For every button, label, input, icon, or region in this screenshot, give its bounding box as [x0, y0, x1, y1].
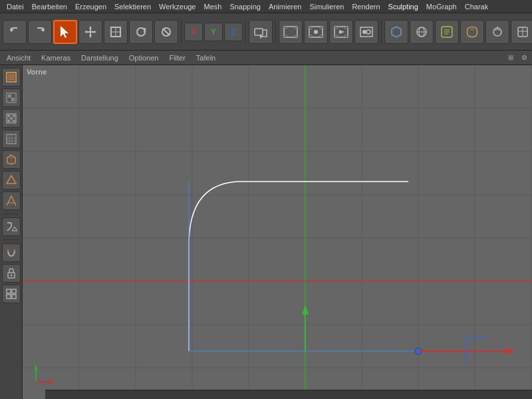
- main-area: Vorne: [0, 65, 532, 399]
- menu-mesh[interactable]: Mesh: [200, 0, 225, 13]
- svg-rect-56: [8, 94, 11, 98]
- sidebar-separator-2: [3, 239, 19, 240]
- svg-marker-2: [61, 26, 68, 38]
- keyframe-button3[interactable]: [329, 20, 353, 44]
- keyframe-button2[interactable]: [304, 20, 328, 44]
- svg-rect-32: [334, 35, 337, 37]
- render-btn4[interactable]: [460, 20, 484, 44]
- svg-rect-57: [11, 98, 15, 101]
- svg-rect-20: [295, 27, 297, 29]
- keyframe-button4[interactable]: [354, 20, 378, 44]
- select-tool-button[interactable]: [53, 20, 77, 44]
- svg-point-79: [10, 275, 12, 277]
- sidebar-separator-1: [3, 213, 19, 214]
- undo-button[interactable]: [3, 20, 27, 44]
- y-axis-button[interactable]: Y: [204, 23, 223, 41]
- menu-animieren[interactable]: Animieren: [265, 0, 306, 13]
- menu-bar: Datei Bearbeiten Erzeugen Selektieren We…: [0, 0, 532, 13]
- tb2-kameras[interactable]: Kameras: [37, 51, 74, 65]
- svg-marker-5: [89, 26, 92, 29]
- svg-rect-31: [345, 27, 348, 29]
- svg-marker-8: [94, 31, 96, 33]
- menu-bearbeiten[interactable]: Bearbeiten: [28, 0, 71, 13]
- svg-text:X: X: [51, 380, 55, 385]
- menu-datei[interactable]: Datei: [3, 0, 28, 13]
- separator-2: [245, 20, 246, 44]
- sidebar-btn-1[interactable]: [2, 68, 21, 86]
- expand-icon[interactable]: ⊞: [505, 53, 516, 63]
- svg-marker-108: [302, 305, 309, 315]
- menu-erzeugen[interactable]: Erzeugen: [71, 0, 110, 13]
- svg-text:Y: Y: [33, 362, 37, 366]
- main-toolbar: X Y Z: [0, 13, 532, 51]
- sidebar-btn-7[interactable]: [2, 192, 21, 210]
- separator-3: [275, 20, 276, 44]
- sidebar-btn-6[interactable]: [2, 171, 21, 190]
- svg-rect-25: [320, 27, 323, 29]
- svg-line-15: [163, 29, 170, 35]
- svg-marker-6: [89, 35, 92, 38]
- keyframe-button1[interactable]: [279, 20, 303, 44]
- z-axis-button[interactable]: Z: [224, 23, 243, 41]
- viewport-grid: [23, 65, 532, 399]
- sidebar-magnet-btn[interactable]: [2, 243, 21, 262]
- sidebar-grid-btn[interactable]: [2, 285, 21, 303]
- menu-charak[interactable]: Charak: [461, 0, 492, 13]
- svg-point-36: [362, 30, 366, 34]
- svg-marker-7: [84, 31, 87, 33]
- menu-simulieren[interactable]: Simulieren: [305, 0, 348, 13]
- svg-rect-19: [284, 27, 287, 29]
- left-sidebar: [0, 65, 23, 399]
- separator-1: [181, 20, 182, 44]
- tb2-filter[interactable]: Filter: [165, 51, 189, 65]
- menu-werkzeuge[interactable]: Werkzeuge: [155, 0, 200, 13]
- svg-marker-75: [12, 227, 17, 231]
- svg-rect-54: [8, 74, 15, 80]
- svg-rect-33: [345, 35, 348, 37]
- sidebar-arrow-btn[interactable]: [2, 217, 21, 236]
- rotate-tool-button[interactable]: [129, 20, 153, 44]
- sidebar-btn-3[interactable]: [2, 109, 21, 128]
- menu-rendern[interactable]: Rendern: [348, 0, 384, 13]
- svg-rect-83: [12, 295, 16, 299]
- svg-line-72: [7, 227, 11, 231]
- scale-tool-button[interactable]: [104, 20, 128, 44]
- svg-rect-80: [7, 289, 11, 293]
- sidebar-btn-2[interactable]: [2, 88, 21, 107]
- tool-button[interactable]: [154, 20, 178, 44]
- svg-rect-16: [255, 29, 263, 35]
- tb2-tafeln[interactable]: Tafeln: [192, 51, 219, 65]
- svg-point-28: [314, 30, 318, 34]
- svg-rect-21: [284, 35, 287, 37]
- sidebar-btn-5[interactable]: [2, 150, 21, 169]
- sidebar-btn-4[interactable]: [2, 130, 21, 148]
- separator-4: [381, 20, 382, 44]
- render-btn1[interactable]: [384, 20, 408, 44]
- svg-marker-34: [339, 30, 344, 34]
- transform-button[interactable]: [249, 20, 273, 44]
- svg-point-37: [366, 30, 370, 34]
- svg-rect-64: [7, 134, 16, 144]
- menu-snapping[interactable]: Snapping: [225, 0, 265, 13]
- render-btn2[interactable]: [410, 20, 434, 44]
- status-bar: [45, 390, 532, 399]
- tb2-ansicht[interactable]: Ansicht: [3, 51, 35, 65]
- svg-rect-81: [12, 289, 16, 293]
- svg-rect-27: [320, 35, 323, 37]
- menu-mograph[interactable]: MoGraph: [422, 0, 461, 13]
- tb2-optionen[interactable]: Optionen: [125, 51, 163, 65]
- settings-icon[interactable]: ⚙: [519, 53, 529, 63]
- sidebar-lock-btn[interactable]: [2, 264, 21, 283]
- menu-selektieren[interactable]: Selektieren: [110, 0, 155, 13]
- viewport[interactable]: Vorne: [23, 65, 532, 399]
- redo-button[interactable]: [28, 20, 52, 44]
- svg-rect-24: [309, 27, 312, 29]
- tb2-darstellung[interactable]: Darstellung: [77, 51, 122, 65]
- x-axis-button[interactable]: X: [184, 23, 203, 41]
- render-btn6[interactable]: [511, 20, 532, 44]
- move-tool-button[interactable]: [78, 20, 102, 44]
- svg-point-60: [13, 115, 15, 117]
- render-btn3[interactable]: [435, 20, 459, 44]
- menu-sculpting[interactable]: Sculpting: [384, 0, 422, 13]
- render-btn5[interactable]: [485, 20, 509, 44]
